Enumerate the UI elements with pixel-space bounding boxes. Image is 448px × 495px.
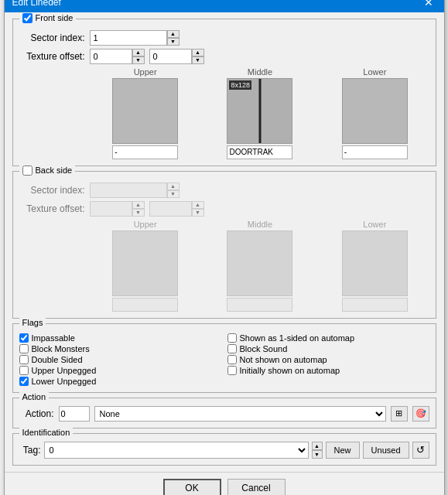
back-side-checkbox[interactable] [22, 166, 32, 176]
edit-linedef-dialog: Edit Linedef ✕ Front side Sector index: … [4, 0, 445, 495]
flag-shown-1sided-label: Shown as 1-sided on automap [240, 333, 355, 343]
back-texture-offset-row: Texture offset: ▲ ▼ ▲ ▼ [19, 201, 429, 217]
front-upper-spacer [19, 67, 85, 159]
texture-offset-x-spinner: ▲ ▼ [90, 49, 145, 64]
back-texture-offset-x-up: ▲ [132, 201, 145, 209]
back-sector-index-spinner: ▲ ▼ [90, 183, 180, 198]
unused-button[interactable]: Unused [363, 442, 409, 459]
back-upper-spacer [19, 220, 85, 312]
back-middle-col: Middle [206, 220, 314, 312]
back-upper-header: Upper [134, 220, 157, 229]
back-upper-preview [112, 230, 178, 296]
flag-not-shown-automap-label: Not shown on automap [240, 355, 327, 364]
texture-offset-y-down[interactable]: ▼ [192, 56, 204, 64]
texture-offset-x-spinbtns: ▲ ▼ [132, 49, 145, 64]
sector-index-spinner: ▲ ▼ [90, 30, 180, 46]
tag-spinbtns: ▲ ▼ [312, 442, 323, 459]
cancel-button[interactable]: Cancel [227, 479, 286, 496]
back-middle-preview [227, 230, 292, 296]
front-middle-preview[interactable]: 8x128 [227, 78, 292, 144]
flag-block-monsters-checkbox[interactable] [19, 344, 29, 353]
front-upper-header: Upper [134, 67, 157, 77]
flag-block-sound-checkbox[interactable] [227, 344, 237, 353]
front-lower-preview[interactable] [342, 78, 408, 144]
back-lower-preview [342, 230, 408, 296]
front-lower-name[interactable] [342, 145, 408, 159]
reset-button[interactable]: ↺ [412, 442, 429, 459]
flag-block-sound: Block Sound [227, 344, 429, 353]
back-middle-name [227, 298, 292, 312]
flag-not-shown-automap-checkbox[interactable] [227, 355, 237, 364]
texture-offset-x-down[interactable]: ▼ [132, 56, 145, 64]
back-texture-offset-y-up: ▲ [192, 201, 204, 209]
flag-impassable: Impassable [19, 333, 221, 343]
texture-offset-y-up[interactable]: ▲ [192, 49, 204, 56]
sector-index-down[interactable]: ▼ [167, 38, 180, 46]
tag-dropdown[interactable]: 0 [44, 442, 309, 459]
identification-group: Identification Tag: 0 ▲ ▼ New Unused ↺ [12, 433, 436, 466]
back-sector-index-input [90, 183, 167, 198]
flag-double-sided-checkbox[interactable] [19, 355, 29, 364]
action-row: Action: None ⊞ 🎯 [19, 406, 429, 422]
back-texture-offset-x-down: ▼ [132, 209, 145, 217]
flag-lower-unpegged-label: Lower Unpegged [32, 377, 97, 386]
flags-grid: Impassable Shown as 1-sided on automap B… [19, 333, 429, 386]
new-button[interactable]: New [326, 442, 360, 459]
flag-double-sided-label: Double Sided [32, 355, 83, 364]
sector-index-up[interactable]: ▲ [167, 30, 180, 38]
tag-up[interactable]: ▲ [312, 442, 323, 450]
texture-offset-label: Texture offset: [19, 51, 85, 62]
flag-lower-unpegged-checkbox[interactable] [19, 377, 29, 386]
flag-impassable-label: Impassable [32, 333, 75, 343]
back-upper-name [112, 298, 178, 312]
close-button[interactable]: ✕ [421, 0, 436, 8]
dialog-body: Front side Sector index: ▲ ▼ Texture off… [5, 12, 444, 472]
flag-impassable-checkbox[interactable] [19, 333, 29, 343]
action-target-button[interactable]: 🎯 [412, 406, 429, 422]
back-sector-index-row: Sector index: ▲ ▼ [19, 183, 429, 198]
tag-down[interactable]: ▼ [312, 450, 323, 459]
front-middle-col: Middle 8x128 [206, 67, 314, 159]
back-lower-col: Lower [320, 220, 429, 312]
front-middle-size: 8x128 [229, 80, 251, 90]
action-dropdown[interactable]: None [94, 406, 386, 422]
title-bar: Edit Linedef ✕ [5, 0, 444, 12]
texture-offset-x-input[interactable] [90, 49, 132, 64]
back-texture-offset-y-spinbtns: ▲ ▼ [192, 201, 204, 217]
sector-index-row: Sector index: ▲ ▼ [19, 30, 429, 46]
identification-label: Identification [19, 428, 74, 437]
flag-upper-unpegged-checkbox[interactable] [19, 366, 29, 375]
flags-label: Flags [19, 318, 46, 327]
flag-shown-1sided-checkbox[interactable] [227, 333, 237, 343]
sector-index-input[interactable] [90, 30, 167, 46]
front-side-checkbox[interactable] [22, 13, 32, 23]
front-textures-area: Upper Middle 8x128 Lower [19, 67, 429, 159]
front-middle-name[interactable] [227, 145, 292, 159]
back-side-label: Back side [19, 166, 76, 176]
back-texture-offset-y-spinner: ▲ ▼ [149, 201, 204, 217]
texture-offset-y-spinner: ▲ ▼ [149, 49, 204, 64]
front-upper-name[interactable] [112, 145, 178, 159]
front-upper-col: Upper [91, 67, 200, 159]
front-middle-stripe [258, 79, 261, 143]
back-lower-name [342, 298, 408, 312]
action-number-input[interactable] [59, 406, 90, 422]
texture-offset-y-input[interactable] [149, 49, 192, 64]
flag-upper-unpegged: Upper Unpegged [19, 366, 221, 375]
flag-initially-shown-checkbox[interactable] [227, 366, 237, 375]
texture-offset-x-up[interactable]: ▲ [132, 49, 145, 56]
back-sector-index-label: Sector index: [19, 185, 85, 196]
flag-block-monsters: Block Monsters [19, 344, 221, 353]
action-grid-button[interactable]: ⊞ [391, 406, 408, 422]
ok-button[interactable]: OK [163, 479, 221, 496]
action-group: Action Action: None ⊞ 🎯 [12, 398, 436, 428]
action-text-label: Action: [19, 408, 54, 419]
back-textures-area: Upper Middle Lower [19, 220, 429, 312]
back-sector-index-down: ▼ [167, 190, 180, 198]
back-texture-offset-x-spinbtns: ▲ ▼ [132, 201, 145, 217]
flag-upper-unpegged-label: Upper Unpegged [32, 366, 97, 375]
sector-index-spinbtns: ▲ ▼ [167, 30, 180, 46]
back-side-content: Sector index: ▲ ▼ Texture offset: [19, 183, 429, 312]
front-upper-preview[interactable] [112, 78, 178, 144]
back-lower-header: Lower [363, 220, 386, 229]
